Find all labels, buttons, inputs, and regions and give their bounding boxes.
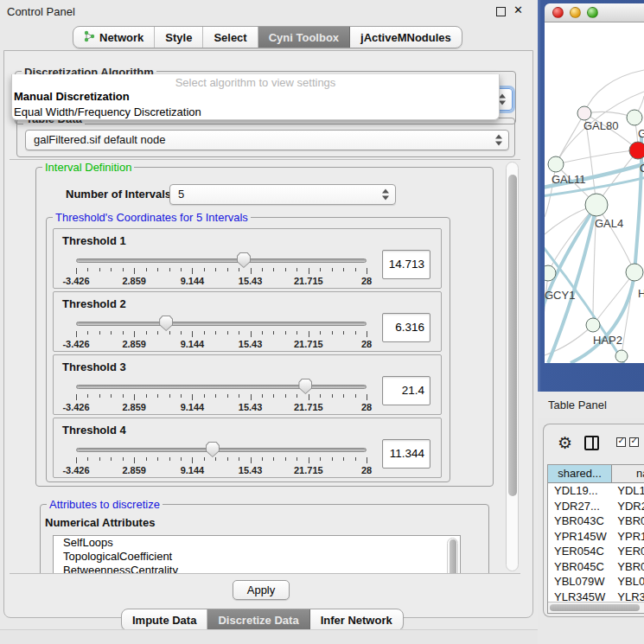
table-row[interactable]: YPR145WYPR1	[548, 529, 644, 545]
tab-style[interactable]: Style	[155, 27, 203, 48]
network-edge[interactable]	[556, 113, 584, 164]
tick-mark	[111, 268, 112, 271]
tab-discretize-data[interactable]: Discretize Data	[207, 609, 309, 630]
tick-mark	[227, 394, 228, 398]
slider-ticks	[76, 268, 367, 275]
gear-icon[interactable]: ⚙	[558, 433, 572, 452]
close-traffic-light-icon[interactable]	[552, 7, 564, 18]
tab-impute-data[interactable]: Impute Data	[122, 609, 207, 630]
network-edge-thick[interactable]	[571, 137, 641, 363]
settings-scroll-area: Interval Definition Number of Intervals …	[10, 159, 520, 574]
network-node[interactable]	[615, 350, 628, 362]
settings-scrollbar[interactable]	[506, 162, 519, 571]
tick-mark	[355, 457, 356, 461]
network-node[interactable]	[577, 106, 591, 120]
threshold-slider[interactable]: -3.4262.8599.14415.4321.71528	[76, 439, 367, 477]
bottom-strip	[0, 629, 538, 644]
control-panel-titlebar: Control Panel ✕	[0, 0, 538, 22]
slider-track[interactable]	[76, 448, 367, 452]
tab-cyni-toolbox[interactable]: Cyni Toolbox	[258, 27, 350, 48]
tick-mark	[251, 457, 252, 463]
column-header[interactable]: na	[612, 465, 644, 483]
algorithm-popup-item[interactable]: Equal Width/Frequency Discretization	[12, 105, 499, 120]
slider-thumb[interactable]	[206, 442, 220, 457]
tick-mark	[87, 331, 88, 335]
scale-label: -3.426	[62, 276, 89, 286]
scale-label: 2.859	[122, 339, 146, 349]
table-row[interactable]: YBR045CYBR0	[548, 559, 644, 575]
network-node[interactable]	[629, 142, 644, 159]
threshold-value-field[interactable]: 14.713	[382, 250, 430, 279]
slider-track[interactable]	[76, 385, 367, 389]
tab-label: Style	[165, 31, 192, 44]
threshold-slider[interactable]: -3.4262.8599.14415.4321.71528	[76, 250, 367, 288]
table-row[interactable]: YDR27...YDR2	[548, 499, 644, 514]
close-icon[interactable]: ✕	[513, 3, 523, 16]
table-row[interactable]: YDL19...YDL1	[548, 483, 644, 499]
zoom-traffic-light-icon[interactable]	[587, 7, 598, 18]
tick-mark	[123, 457, 124, 461]
slider-scale-labels: -3.4262.8599.14415.4321.71528	[76, 276, 367, 286]
float-window-icon[interactable]	[496, 7, 506, 16]
slider-track[interactable]	[76, 258, 367, 263]
tab-network[interactable]: Network	[73, 27, 155, 48]
table-row[interactable]: YER054CYER0	[548, 544, 644, 559]
tick-mark	[111, 394, 112, 398]
tick-mark	[181, 268, 182, 271]
table-data-combobox[interactable]: galFiltered.sif default node	[25, 130, 509, 150]
apply-button[interactable]: Apply	[233, 580, 290, 600]
table-panel-toolbar: ⚙	[544, 430, 644, 459]
network-node[interactable]	[548, 156, 564, 172]
tick-mark	[262, 331, 263, 335]
table-row[interactable]: YBL079WYBL0	[548, 574, 644, 590]
slider-thumb[interactable]	[159, 316, 173, 331]
checkbox-icon[interactable]	[616, 437, 626, 447]
attribute-items: SelfLoopsTopologicalCoefficientBetweenne…	[54, 536, 460, 574]
tab-jactivemnodules[interactable]: jActiveMNodules	[350, 27, 462, 48]
tick-mark	[239, 331, 239, 335]
column-selector-icon[interactable]	[584, 436, 599, 450]
tick-mark	[273, 394, 274, 398]
tab-select[interactable]: Select	[203, 27, 258, 48]
attributes-scrollbar[interactable]	[447, 538, 458, 574]
column-header[interactable]: shared...	[548, 465, 612, 483]
settings-scrollbar-thumb[interactable]	[508, 175, 517, 496]
slider-track[interactable]	[76, 322, 367, 326]
slider-thumb[interactable]	[237, 252, 251, 268]
table-row[interactable]: YBR043CYBR0	[548, 513, 644, 529]
network-edge[interactable]	[556, 150, 635, 164]
network-node[interactable]	[585, 194, 608, 216]
algorithm-popup-items: Manual DiscretizationEqual Width/Frequen…	[12, 89, 499, 120]
checkbox-icon[interactable]	[629, 437, 639, 447]
tab-label: Cyni Toolbox	[269, 31, 339, 44]
network-node[interactable]	[627, 110, 642, 125]
attribute-list-item[interactable]: SelfLoops	[54, 536, 460, 550]
attributes-scrollbar-thumb[interactable]	[450, 539, 456, 574]
threshold-slider[interactable]: -3.4262.8599.14415.4321.71528	[76, 313, 367, 351]
minimize-traffic-light-icon[interactable]	[570, 7, 581, 18]
network-node[interactable]	[626, 264, 643, 281]
number-of-intervals-combobox[interactable]: 5	[169, 184, 396, 205]
network-canvas[interactable]: GAL80GACGAL11GAL4GCY1HHAP2	[545, 22, 644, 363]
tab-infer-network[interactable]: Infer Network	[310, 609, 403, 630]
threshold-slider[interactable]: -3.4262.8599.14415.4321.71528	[76, 376, 367, 414]
slider-thumb[interactable]	[298, 379, 312, 394]
attribute-list-item[interactable]: TopologicalCoefficient	[54, 550, 460, 564]
attribute-list-item[interactable]: BetweennessCentrality	[54, 564, 460, 574]
tick-mark	[227, 331, 228, 335]
threshold-value-field[interactable]: 21.4	[382, 376, 430, 405]
network-node[interactable]	[586, 318, 600, 332]
scale-label: 9.144	[181, 339, 205, 349]
tab-label: Impute Data	[132, 614, 196, 627]
threshold-value-field[interactable]: 11.344	[382, 439, 430, 469]
tab-label: Discretize Data	[218, 614, 298, 627]
tick-mark	[204, 457, 205, 461]
table-hscrollbar-thumb[interactable]	[550, 604, 640, 611]
tick-mark	[181, 394, 182, 398]
table-horizontal-scrollbar[interactable]	[548, 602, 644, 613]
threshold-value-field[interactable]: 6.316	[382, 313, 430, 342]
network-node[interactable]	[545, 265, 556, 281]
tick-mark	[332, 457, 333, 461]
algorithm-popup-item[interactable]: Manual Discretization	[12, 89, 499, 105]
tick-mark	[367, 457, 367, 463]
